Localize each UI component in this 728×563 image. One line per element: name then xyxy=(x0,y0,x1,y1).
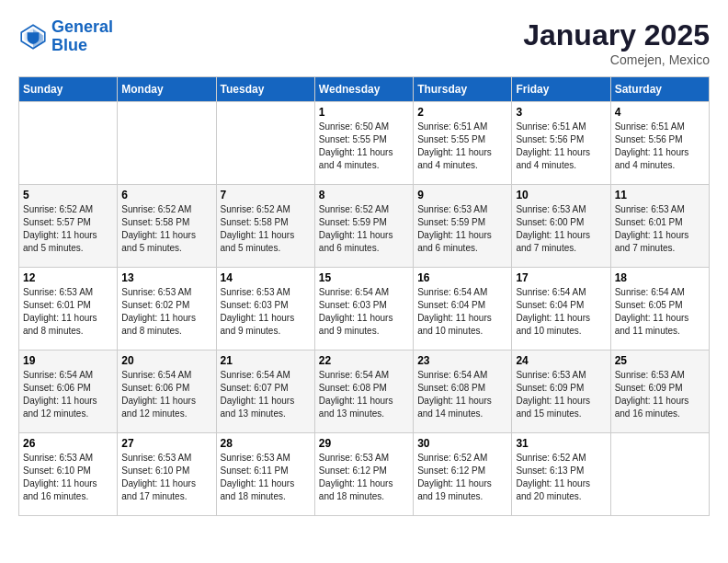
calendar-cell: 8Sunrise: 6:52 AM Sunset: 5:59 PM Daylig… xyxy=(314,185,413,268)
page-header: General Blue January 2025 Comejen, Mexic… xyxy=(18,18,710,67)
day-number: 17 xyxy=(516,271,606,284)
calendar-cell: 16Sunrise: 6:54 AM Sunset: 6:04 PM Dayli… xyxy=(414,268,512,350)
week-row-3: 12Sunrise: 6:53 AM Sunset: 6:01 PM Dayli… xyxy=(19,268,710,350)
calendar-cell: 13Sunrise: 6:53 AM Sunset: 6:02 PM Dayli… xyxy=(118,268,216,350)
day-number: 23 xyxy=(417,354,507,367)
day-number: 20 xyxy=(121,354,211,367)
week-row-4: 19Sunrise: 6:54 AM Sunset: 6:06 PM Dayli… xyxy=(19,350,710,433)
day-info: Sunrise: 6:53 AM Sunset: 6:09 PM Dayligh… xyxy=(516,369,606,420)
day-info: Sunrise: 6:52 AM Sunset: 6:13 PM Dayligh… xyxy=(516,452,606,503)
day-info: Sunrise: 6:52 AM Sunset: 5:59 PM Dayligh… xyxy=(319,203,409,255)
day-number: 10 xyxy=(516,189,606,201)
day-number: 21 xyxy=(221,354,311,367)
day-info: Sunrise: 6:53 AM Sunset: 6:01 PM Dayligh… xyxy=(615,203,705,255)
calendar-cell: 4Sunrise: 6:51 AM Sunset: 5:56 PM Daylig… xyxy=(610,102,709,185)
logo-icon xyxy=(18,22,48,52)
weekday-header-saturday: Saturday xyxy=(610,77,709,102)
calendar-cell: 7Sunrise: 6:52 AM Sunset: 5:58 PM Daylig… xyxy=(216,185,314,268)
day-number: 18 xyxy=(615,271,705,284)
calendar-cell: 6Sunrise: 6:52 AM Sunset: 5:58 PM Daylig… xyxy=(118,185,216,268)
week-row-1: 1Sunrise: 6:50 AM Sunset: 5:55 PM Daylig… xyxy=(19,102,710,185)
calendar-cell xyxy=(118,102,216,185)
calendar-cell: 11Sunrise: 6:53 AM Sunset: 6:01 PM Dayli… xyxy=(610,185,709,268)
day-info: Sunrise: 6:53 AM Sunset: 6:12 PM Dayligh… xyxy=(319,452,409,503)
day-number: 11 xyxy=(615,189,705,201)
day-number: 22 xyxy=(319,354,409,367)
weekday-header-thursday: Thursday xyxy=(414,77,512,102)
title-block: January 2025 Comejen, Mexico xyxy=(523,18,710,67)
logo-text: General Blue xyxy=(51,18,113,55)
day-number: 16 xyxy=(417,271,507,284)
day-number: 24 xyxy=(516,354,606,367)
day-info: Sunrise: 6:51 AM Sunset: 5:56 PM Dayligh… xyxy=(516,121,606,172)
calendar-cell xyxy=(19,102,118,185)
day-info: Sunrise: 6:53 AM Sunset: 6:00 PM Dayligh… xyxy=(516,203,606,255)
calendar-table: SundayMondayTuesdayWednesdayThursdayFrid… xyxy=(18,76,710,516)
day-number: 25 xyxy=(615,354,705,367)
calendar-cell xyxy=(610,433,709,516)
day-info: Sunrise: 6:54 AM Sunset: 6:07 PM Dayligh… xyxy=(221,369,311,420)
week-row-2: 5Sunrise: 6:52 AM Sunset: 5:57 PM Daylig… xyxy=(19,185,710,268)
calendar-cell: 20Sunrise: 6:54 AM Sunset: 6:06 PM Dayli… xyxy=(118,350,216,433)
day-number: 6 xyxy=(121,189,211,201)
weekday-header-wednesday: Wednesday xyxy=(314,77,413,102)
day-number: 15 xyxy=(319,271,409,284)
day-info: Sunrise: 6:53 AM Sunset: 6:11 PM Dayligh… xyxy=(221,452,311,503)
day-info: Sunrise: 6:53 AM Sunset: 6:02 PM Dayligh… xyxy=(121,286,211,338)
day-number: 19 xyxy=(23,354,113,367)
day-info: Sunrise: 6:54 AM Sunset: 6:08 PM Dayligh… xyxy=(417,369,507,420)
day-number: 12 xyxy=(23,271,113,284)
day-number: 28 xyxy=(221,437,311,450)
calendar-cell: 12Sunrise: 6:53 AM Sunset: 6:01 PM Dayli… xyxy=(19,268,118,350)
week-row-5: 26Sunrise: 6:53 AM Sunset: 6:10 PM Dayli… xyxy=(19,433,710,516)
calendar-cell: 26Sunrise: 6:53 AM Sunset: 6:10 PM Dayli… xyxy=(19,433,118,516)
calendar-cell: 31Sunrise: 6:52 AM Sunset: 6:13 PM Dayli… xyxy=(512,433,610,516)
day-info: Sunrise: 6:50 AM Sunset: 5:55 PM Dayligh… xyxy=(319,121,409,172)
calendar-cell: 10Sunrise: 6:53 AM Sunset: 6:00 PM Dayli… xyxy=(512,185,610,268)
day-number: 7 xyxy=(221,189,311,201)
day-number: 27 xyxy=(121,437,211,450)
day-info: Sunrise: 6:54 AM Sunset: 6:04 PM Dayligh… xyxy=(516,286,606,338)
day-info: Sunrise: 6:53 AM Sunset: 6:09 PM Dayligh… xyxy=(615,369,705,420)
day-number: 13 xyxy=(121,271,211,284)
calendar-cell: 18Sunrise: 6:54 AM Sunset: 6:05 PM Dayli… xyxy=(610,268,709,350)
day-number: 29 xyxy=(319,437,409,450)
calendar-cell: 30Sunrise: 6:52 AM Sunset: 6:12 PM Dayli… xyxy=(414,433,512,516)
day-info: Sunrise: 6:54 AM Sunset: 6:06 PM Dayligh… xyxy=(23,369,113,420)
calendar-cell: 25Sunrise: 6:53 AM Sunset: 6:09 PM Dayli… xyxy=(610,350,709,433)
day-number: 14 xyxy=(221,271,311,284)
day-number: 30 xyxy=(417,437,507,450)
weekday-header-friday: Friday xyxy=(512,77,610,102)
calendar-cell: 15Sunrise: 6:54 AM Sunset: 6:03 PM Dayli… xyxy=(314,268,413,350)
day-info: Sunrise: 6:54 AM Sunset: 6:03 PM Dayligh… xyxy=(319,286,409,338)
day-info: Sunrise: 6:53 AM Sunset: 6:03 PM Dayligh… xyxy=(221,286,311,338)
calendar-cell: 21Sunrise: 6:54 AM Sunset: 6:07 PM Dayli… xyxy=(216,350,314,433)
location: Comejen, Mexico xyxy=(523,52,710,67)
day-info: Sunrise: 6:54 AM Sunset: 6:05 PM Dayligh… xyxy=(615,286,705,338)
month-title: January 2025 xyxy=(523,18,710,52)
day-info: Sunrise: 6:53 AM Sunset: 6:10 PM Dayligh… xyxy=(121,452,211,503)
day-number: 2 xyxy=(417,106,507,119)
weekday-header-sunday: Sunday xyxy=(19,77,118,102)
day-info: Sunrise: 6:54 AM Sunset: 6:08 PM Dayligh… xyxy=(319,369,409,420)
calendar-cell: 3Sunrise: 6:51 AM Sunset: 5:56 PM Daylig… xyxy=(512,102,610,185)
calendar-cell: 9Sunrise: 6:53 AM Sunset: 5:59 PM Daylig… xyxy=(414,185,512,268)
calendar-cell: 14Sunrise: 6:53 AM Sunset: 6:03 PM Dayli… xyxy=(216,268,314,350)
day-number: 5 xyxy=(23,189,113,201)
day-info: Sunrise: 6:51 AM Sunset: 5:55 PM Dayligh… xyxy=(417,121,507,172)
calendar-cell: 22Sunrise: 6:54 AM Sunset: 6:08 PM Dayli… xyxy=(314,350,413,433)
weekday-header-row: SundayMondayTuesdayWednesdayThursdayFrid… xyxy=(19,77,710,102)
calendar-cell: 24Sunrise: 6:53 AM Sunset: 6:09 PM Dayli… xyxy=(512,350,610,433)
day-info: Sunrise: 6:52 AM Sunset: 5:58 PM Dayligh… xyxy=(121,203,211,255)
calendar-cell: 2Sunrise: 6:51 AM Sunset: 5:55 PM Daylig… xyxy=(414,102,512,185)
day-info: Sunrise: 6:54 AM Sunset: 6:04 PM Dayligh… xyxy=(417,286,507,338)
weekday-header-tuesday: Tuesday xyxy=(216,77,314,102)
day-number: 8 xyxy=(319,189,409,201)
day-number: 3 xyxy=(516,106,606,119)
calendar-cell xyxy=(216,102,314,185)
day-number: 4 xyxy=(615,106,705,119)
calendar-cell: 19Sunrise: 6:54 AM Sunset: 6:06 PM Dayli… xyxy=(19,350,118,433)
day-number: 31 xyxy=(516,437,606,450)
weekday-header-monday: Monday xyxy=(118,77,216,102)
day-info: Sunrise: 6:51 AM Sunset: 5:56 PM Dayligh… xyxy=(615,121,705,172)
